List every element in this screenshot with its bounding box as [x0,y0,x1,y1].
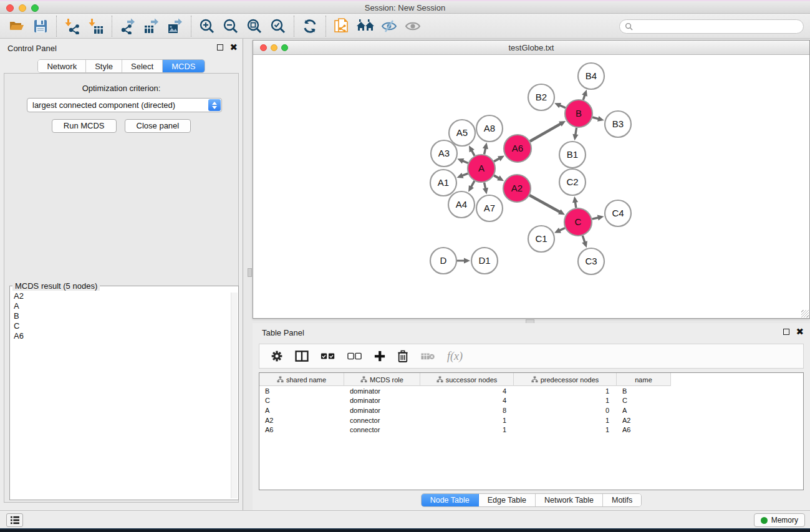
tab-edge-table[interactable]: Edge Table [479,494,536,506]
search-field[interactable] [619,19,804,34]
edge-A-A3[interactable] [462,161,468,163]
criterion-select[interactable]: largest connected component (directed) [27,98,222,112]
cell-MCDS-role[interactable]: dominator [344,387,420,395]
edge-B-B1[interactable] [576,128,577,135]
hide-panels-button[interactable] [377,16,401,37]
cell-MCDS-role[interactable]: connector [344,417,420,424]
tab-mcds[interactable]: MCDS [163,60,204,72]
edge-A-A4[interactable] [471,181,475,187]
tab-network-table[interactable]: Network Table [536,494,603,506]
result-item[interactable]: A [14,301,228,311]
float-panel-icon[interactable] [217,44,223,51]
column-header-name[interactable]: name [617,373,671,386]
cell-shared-name[interactable]: C [259,397,344,404]
edge-B-B3[interactable] [592,117,599,119]
select-all-columns-button[interactable] [321,352,335,360]
node-table[interactable]: shared nameMCDS rolesuccessor nodesprede… [259,372,804,490]
result-item[interactable]: B [14,311,228,321]
float-table-panel-icon[interactable] [783,329,789,335]
vertical-splitter-handle[interactable] [248,268,252,277]
show-network-overview-button[interactable] [354,16,377,37]
function-builder-button[interactable]: f(x) [447,350,463,363]
cell-MCDS-role[interactable]: connector [344,426,420,433]
table-row[interactable]: A6connector11A6 [259,425,803,435]
column-header-successor-nodes[interactable]: successor nodes [420,373,514,386]
cell-predecessor-nodes[interactable]: 1 [514,426,617,433]
zoom-fit-button[interactable] [243,16,266,37]
resize-grip-icon[interactable] [801,310,809,317]
cell-name[interactable]: A6 [617,426,671,433]
edge-A6-B[interactable] [530,123,561,141]
edge-A-A1[interactable] [461,173,468,176]
refresh-view-button[interactable] [298,16,322,37]
import-network-button[interactable] [60,16,84,37]
cell-predecessor-nodes[interactable]: 1 [514,417,617,424]
export-network-button[interactable] [116,16,140,37]
cell-MCDS-role[interactable]: dominator [344,397,420,404]
show-column-panel-button[interactable] [295,351,309,362]
cell-successor-nodes[interactable]: 4 [420,397,514,404]
cell-predecessor-nodes[interactable]: 0 [514,407,617,414]
tab-select[interactable]: Select [122,60,163,72]
memory-button[interactable]: Memory [754,513,805,527]
cell-name[interactable]: B [617,387,671,395]
cell-predecessor-nodes[interactable]: 1 [514,387,617,395]
new-network-from-selection-button[interactable] [330,16,354,37]
delete-table-button[interactable] [420,352,435,360]
export-image-button[interactable] [163,16,187,37]
edge-A-A7[interactable] [485,183,486,190]
cell-successor-nodes[interactable]: 1 [420,417,514,424]
cell-successor-nodes[interactable]: 4 [420,387,514,395]
import-table-button[interactable] [84,16,108,37]
save-session-button[interactable] [29,16,52,37]
create-column-button[interactable] [374,351,385,362]
cell-shared-name[interactable]: A2 [259,417,344,424]
table-row[interactable]: Adominator80A [259,405,803,415]
cell-shared-name[interactable]: B [259,387,344,395]
cell-successor-nodes[interactable]: 1 [420,426,514,433]
column-header-predecessor-nodes[interactable]: predecessor nodes [514,373,617,386]
deselect-all-columns-button[interactable] [347,352,362,360]
edge-C-C4[interactable] [592,218,599,219]
table-row[interactable]: Bdominator41B [259,386,803,396]
tab-style[interactable]: Style [86,60,122,72]
run-mcds-button[interactable]: Run MCDS [52,119,117,133]
edge-C-C1[interactable] [559,228,565,231]
result-item[interactable]: C [14,321,228,331]
result-item[interactable]: A6 [14,331,228,341]
show-panels-button[interactable] [401,16,425,37]
edge-C-C2[interactable] [575,201,576,208]
cell-name[interactable]: A [617,407,671,414]
column-header-shared-name[interactable]: shared name [259,373,344,386]
tab-node-table[interactable]: Node Table [422,494,479,506]
table-row[interactable]: Cdominator41C [259,396,803,406]
edge-A-A8[interactable] [485,148,486,155]
column-header-MCDS-role[interactable]: MCDS role [344,373,420,386]
cell-shared-name[interactable]: A6 [259,426,344,433]
edge-A-A5[interactable] [471,150,475,156]
cell-name[interactable]: C [617,397,671,404]
zoom-selected-button[interactable] [266,16,290,37]
cell-name[interactable]: A2 [617,417,671,424]
close-table-panel-icon[interactable]: ✖ [796,328,804,336]
delete-columns-button[interactable] [397,350,408,362]
export-table-button[interactable] [140,16,163,37]
tab-motifs[interactable]: Motifs [603,494,641,506]
table-settings-button[interactable] [271,350,283,362]
cell-shared-name[interactable]: A [259,407,344,414]
zoom-in-button[interactable] [195,16,219,37]
open-session-button[interactable] [5,16,29,37]
task-history-button[interactable] [6,513,23,527]
cell-MCDS-role[interactable]: dominator [344,407,420,414]
result-item[interactable]: A2 [14,291,228,301]
cell-successor-nodes[interactable]: 8 [420,407,514,414]
zoom-out-button[interactable] [219,16,243,37]
table-row[interactable]: A2connector11A2 [259,415,803,425]
tab-network[interactable]: Network [38,60,86,72]
edge-A2-C[interactable] [529,195,560,212]
search-input[interactable] [633,22,803,31]
close-panel-button[interactable]: Close panel [125,119,191,133]
edge-A-A6[interactable] [494,158,499,162]
result-scrollbar[interactable] [231,293,238,498]
edge-C-C3[interactable] [582,236,585,243]
